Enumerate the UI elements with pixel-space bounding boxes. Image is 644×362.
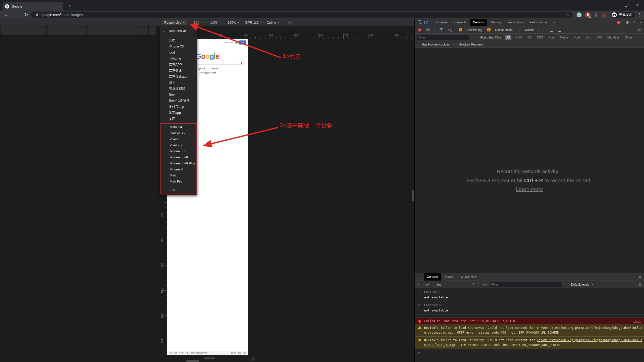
console-sidebar-icon[interactable] [418, 283, 421, 286]
console-settings-gear-icon[interactable]: ⚙ [638, 282, 643, 287]
device-menu-item[interactable]: iPhone X [161, 166, 196, 172]
device-menu-item[interactable]: Galaxy S5 [161, 130, 196, 136]
menu-item-edit[interactable]: Edit... [161, 187, 196, 193]
device-menu-item[interactable]: Moto G4 [161, 124, 196, 130]
remove-expression-icon[interactable]: × [418, 290, 420, 293]
error-count[interactable]: × 1 [617, 21, 623, 24]
device-menu-item[interactable]: 安卓模拟器 [160, 86, 197, 92]
footer-link[interactable]: 条款 [238, 352, 241, 354]
request-type-filter[interactable]: WS [595, 35, 603, 40]
viewport-drag-handle[interactable] [204, 357, 215, 359]
request-type-filter[interactable]: Other [623, 35, 634, 40]
device-menu-item[interactable]: iPhone 5/SE [161, 148, 196, 154]
disable-cache-checkbox[interactable] [487, 28, 491, 31]
footer-link[interactable]: Google 人才 [179, 352, 188, 354]
footer-link[interactable]: Google 搜索的运作方式 [190, 352, 207, 354]
new-tab-button[interactable]: + [66, 3, 73, 10]
live-expression-eye-icon[interactable] [483, 283, 487, 286]
request-type-filter[interactable]: Font [572, 35, 582, 40]
hide-data-urls-checkbox[interactable] [475, 36, 478, 39]
zoom-dropdown[interactable]: 100%▼ [228, 19, 239, 26]
execution-context-dropdown[interactable]: top▼ [436, 283, 476, 286]
devtools-tab[interactable]: Elements [451, 19, 470, 26]
device-menu-item[interactable]: 微信PC浏览器 [160, 98, 197, 104]
back-button[interactable]: ← [3, 12, 10, 18]
vertical-scrollbar[interactable] [412, 190, 414, 201]
request-type-filter[interactable]: JS [526, 35, 533, 40]
request-type-filter[interactable]: Doc [584, 35, 593, 40]
window-minimize-icon[interactable] [613, 5, 616, 5]
device-menu-item[interactable]: 华为 [160, 80, 197, 86]
browser-menu-icon[interactable]: ⋮ [637, 13, 641, 17]
device-menu-item[interactable]: 微信 [160, 92, 197, 98]
device-type-dropdown[interactable]: Responsive▼ [162, 20, 187, 25]
drawer-tab[interactable]: Console [424, 273, 441, 281]
log-levels-dropdown[interactable]: Default levels ▼ [571, 283, 593, 286]
devtools-close-icon[interactable]: × [639, 20, 641, 25]
footer-link[interactable]: 商务 [174, 352, 177, 354]
horizontal-scrollbar[interactable] [186, 360, 199, 362]
drawer-tab[interactable]: Search [441, 273, 457, 281]
throttling-dropdown[interactable]: Online ▼ [525, 28, 540, 32]
device-menu-item[interactable]: 京东股票app [160, 74, 197, 80]
bookmark-star-icon[interactable]: ☆ [566, 13, 570, 17]
window-close-icon[interactable]: × [636, 3, 639, 7]
device-menu-item[interactable]: 京东健康 [160, 68, 197, 74]
tab-close-icon[interactable]: × [59, 4, 61, 9]
network-settings-gear-icon[interactable]: ⚙ [638, 28, 642, 32]
console-filter-input[interactable] [490, 282, 562, 287]
request-type-filter[interactable]: Media [558, 35, 570, 40]
devtools-tab[interactable]: Application [505, 19, 526, 26]
request-type-filter[interactable]: Manifest [606, 35, 621, 40]
toggle-device-toolbar-icon[interactable] [423, 20, 430, 25]
clear-console-icon[interactable] [425, 283, 429, 286]
clear-icon[interactable] [426, 28, 430, 31]
viewport-width-input[interactable]: 320 [194, 19, 199, 26]
browser-tab[interactable]: G Google × [3, 2, 63, 11]
device-menu-item[interactable]: 支付宝app [160, 104, 197, 110]
apps-grid-icon[interactable] [235, 41, 237, 43]
devtools-tab[interactable]: Memory [487, 19, 505, 26]
request-type-filter[interactable]: All [505, 35, 511, 40]
filter-funnel-icon[interactable] [439, 28, 443, 31]
learn-more-link[interactable]: Learn more [516, 186, 543, 192]
device-menu-item[interactable]: JUC [160, 37, 197, 43]
preserve-log-checkbox[interactable] [459, 28, 462, 31]
devtools-tab[interactable]: Network [470, 19, 487, 26]
network-throttle-dropdown[interactable]: Online▼ [267, 19, 280, 26]
device-menu-item[interactable]: ipod [160, 50, 197, 56]
footer-link[interactable]: 广告 [169, 352, 172, 354]
inspect-element-icon[interactable] [417, 20, 423, 25]
device-toolbar-options-icon[interactable]: ⋮ [405, 20, 409, 24]
gmail-link[interactable]: Gmail [224, 42, 228, 43]
feeling-lucky-button[interactable]: 手气不错 [210, 66, 222, 71]
menu-item-responsive[interactable]: ✓ Responsive [160, 27, 197, 35]
devtools-menu-icon[interactable]: ⋮ [632, 21, 636, 25]
device-menu-item[interactable]: iPad [161, 172, 196, 178]
device-menu-item[interactable]: iPhone XX [160, 43, 197, 50]
drawer-menu-icon[interactable]: ⋮ [415, 275, 424, 279]
blocked-requests-checkbox[interactable] [455, 43, 458, 46]
export-har-icon[interactable]: ↓ [558, 28, 561, 32]
has-blocked-cookies-checkbox[interactable] [417, 43, 420, 46]
device-menu-item[interactable]: Pixel 2 XL [161, 142, 196, 148]
device-menu-item[interactable]: iPad Pro [161, 178, 196, 185]
drawer-tab[interactable]: What's New [457, 273, 480, 281]
network-filter-input[interactable] [417, 35, 469, 40]
extension-icon-scissors[interactable] [602, 12, 607, 17]
rotate-icon[interactable] [288, 21, 292, 24]
device-menu-item[interactable]: 美团 [160, 116, 197, 122]
device-menu-item[interactable]: Pixel 2 [161, 136, 196, 142]
settings-gear-icon[interactable]: ⚙ [626, 20, 629, 25]
forward-button[interactable]: → [13, 12, 20, 18]
devtools-tab[interactable]: Console [433, 19, 451, 26]
request-type-filter[interactable]: Img [547, 35, 556, 40]
extension-icon-green[interactable] [577, 12, 582, 17]
request-type-filter[interactable]: XHR [514, 35, 524, 40]
reload-button[interactable]: ↻ [23, 12, 30, 18]
drawer-close-icon[interactable]: × [639, 275, 644, 279]
mic-icon[interactable] [241, 62, 242, 64]
device-menu-item[interactable]: iPhone 6/7/8 [161, 154, 196, 160]
window-restore-icon[interactable] [625, 4, 627, 7]
more-tabs-icon[interactable]: » [550, 19, 558, 26]
